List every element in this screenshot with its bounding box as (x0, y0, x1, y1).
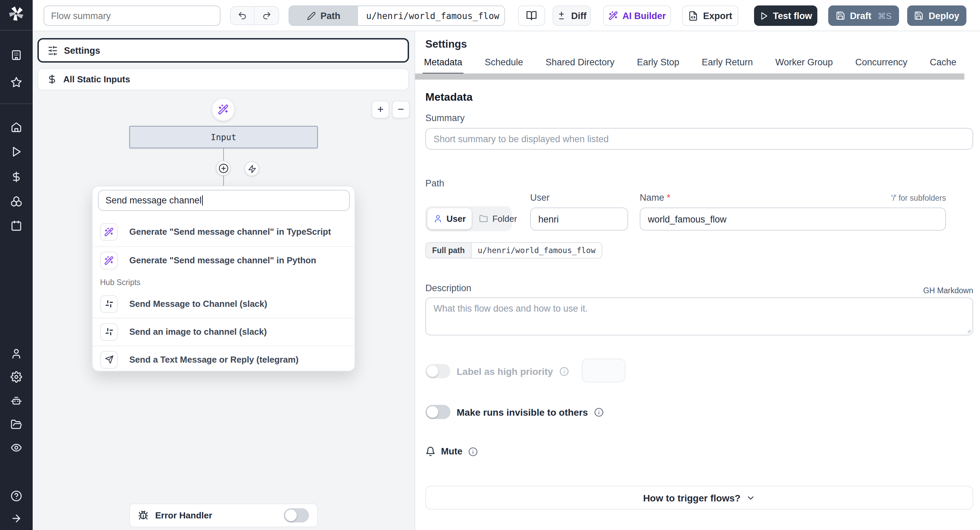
required-asterisk: * (667, 192, 671, 203)
deploy-label: Deploy (929, 11, 959, 21)
sidebar-item-workspace[interactable] (11, 49, 22, 61)
settings-panel: Settings Metadata Schedule Shared Direct… (415, 31, 980, 530)
all-static-inputs-button[interactable]: All Static Inputs (37, 68, 409, 90)
tab-early-return[interactable]: Early Return (700, 57, 754, 75)
add-step-button[interactable] (216, 160, 231, 176)
folder-open-icon (11, 419, 22, 430)
sidebar-item-users[interactable] (11, 348, 22, 360)
error-handler-toggle[interactable] (284, 508, 309, 522)
priority-value-input[interactable] (582, 359, 625, 382)
ai-builder-button[interactable]: AI Builder (603, 5, 671, 26)
info-icon[interactable] (594, 407, 604, 417)
path-edit-segment[interactable]: Path (289, 6, 358, 25)
owner-folder-option[interactable]: Folder (473, 208, 523, 229)
sidebar-item-variables[interactable] (11, 171, 22, 182)
list-item-label: Send Message to Channel (slack) (129, 299, 267, 309)
test-flow-button[interactable]: Test flow (754, 5, 817, 26)
hub-script-slack-image-item[interactable]: Send an image to channel (slack) (92, 318, 355, 346)
draft-label: Draft (850, 11, 872, 21)
description-textarea[interactable] (425, 297, 973, 335)
flow-input-node[interactable]: Input (129, 126, 318, 148)
step-search-value: Send message channel (105, 195, 202, 205)
home-icon (11, 121, 22, 133)
markdown-hint: GH Markdown (923, 286, 973, 295)
sidebar-item-settings[interactable] (11, 371, 22, 383)
book-open-icon (526, 10, 537, 21)
ai-builder-label: AI Builder (622, 11, 666, 21)
settings-tabs: Metadata Schedule Shared Directory Early… (423, 57, 980, 75)
slack-icon (105, 299, 113, 308)
text-cursor (202, 195, 203, 205)
list-item-label: Send an image to channel (slack) (129, 327, 267, 337)
ai-generate-typescript-item[interactable]: Generate "Send message channel" in TypeS… (92, 218, 355, 246)
high-priority-toggle[interactable] (425, 364, 450, 378)
invisible-runs-toggle[interactable] (425, 405, 450, 419)
error-handler-node[interactable]: Error Handler (129, 503, 318, 527)
sidebar-item-schedules[interactable] (11, 220, 22, 232)
path-control[interactable]: Path u/henri/world_famous_flow (288, 5, 505, 26)
save-icon (914, 11, 924, 21)
robot-icon (11, 395, 22, 406)
flow-settings-button[interactable]: Settings (37, 38, 409, 63)
ai-flow-builder-node[interactable] (212, 98, 235, 121)
redo-button[interactable] (255, 7, 278, 24)
telegram-icon (105, 355, 113, 364)
how-to-trigger-flows-button[interactable]: How to trigger flows? (425, 486, 973, 509)
windmill-logo-icon[interactable] (8, 5, 25, 25)
undo-icon (237, 11, 247, 21)
tabs-scrollbar[interactable] (415, 73, 964, 79)
sidebar-item-home[interactable] (11, 121, 22, 133)
sidebar-item-expand[interactable] (11, 513, 22, 524)
sidebar-item-workers[interactable] (11, 395, 22, 406)
user-icon (11, 348, 22, 360)
tab-worker-group[interactable]: Worker Group (774, 57, 834, 75)
tab-early-stop[interactable]: Early Stop (636, 57, 681, 75)
deploy-button[interactable]: Deploy (907, 5, 966, 26)
sidebar-item-help[interactable] (11, 490, 22, 502)
canvas-zoom-out-button[interactable]: − (392, 101, 410, 118)
diff-button[interactable]: Diff (553, 5, 591, 26)
error-handler-label: Error Handler (155, 510, 212, 520)
slack-icon (105, 327, 113, 336)
hub-script-telegram-item[interactable]: Send a Text Message or Reply (telegram) (92, 346, 355, 373)
name-input[interactable] (640, 208, 946, 231)
info-icon[interactable] (559, 367, 569, 376)
boxes-icon (11, 195, 22, 207)
plus-circle-icon (218, 163, 228, 173)
tab-metadata[interactable]: Metadata (423, 57, 464, 75)
tab-concurrency[interactable]: Concurrency (854, 57, 908, 75)
summary-input[interactable] (425, 128, 973, 150)
canvas-zoom-in-button[interactable]: + (372, 101, 389, 118)
sidebar-item-resources[interactable] (11, 195, 22, 207)
sidebar (0, 0, 33, 530)
trigger-help-label: How to trigger flows? (643, 492, 740, 503)
windmill-flow-editor: Path u/henri/world_famous_flow Diff AI B… (0, 0, 980, 530)
ai-generate-python-item[interactable]: Generate "Send message channel" in Pytho… (92, 246, 355, 274)
input-node-label: Input (211, 132, 236, 142)
docs-button[interactable] (518, 5, 545, 26)
hub-script-slack-message-item[interactable]: Send Message to Channel (slack) (92, 290, 355, 318)
tab-schedule[interactable]: Schedule (484, 57, 525, 75)
folder-icon (479, 214, 488, 223)
step-search-input[interactable]: Send message channel (98, 190, 350, 211)
save-draft-button[interactable]: Draft⌘S (828, 5, 899, 26)
flow-settings-label: Settings (64, 45, 100, 56)
flow-summary-input[interactable] (43, 5, 221, 26)
sidebar-item-folders[interactable] (11, 419, 22, 430)
settings-panel-title: Settings (425, 38, 467, 50)
export-button[interactable]: Export (682, 5, 738, 26)
user-input[interactable] (530, 208, 628, 231)
full-path-value: u/henri/world_famous_flow (472, 243, 601, 258)
tab-cache[interactable]: Cache (929, 57, 958, 75)
sidebar-item-favorites[interactable] (11, 76, 22, 88)
chevron-down-icon (746, 493, 756, 503)
add-trigger-button[interactable] (244, 161, 259, 176)
sidebar-item-audit-logs[interactable] (11, 442, 22, 454)
info-icon[interactable] (468, 447, 477, 456)
undo-button[interactable] (231, 7, 255, 24)
tab-shared-directory[interactable]: Shared Directory (544, 57, 616, 75)
sidebar-item-runs[interactable] (11, 146, 22, 157)
resize-grip-icon[interactable] (965, 327, 971, 333)
owner-user-option[interactable]: User (427, 208, 472, 229)
name-field-label: Name * (640, 192, 670, 203)
